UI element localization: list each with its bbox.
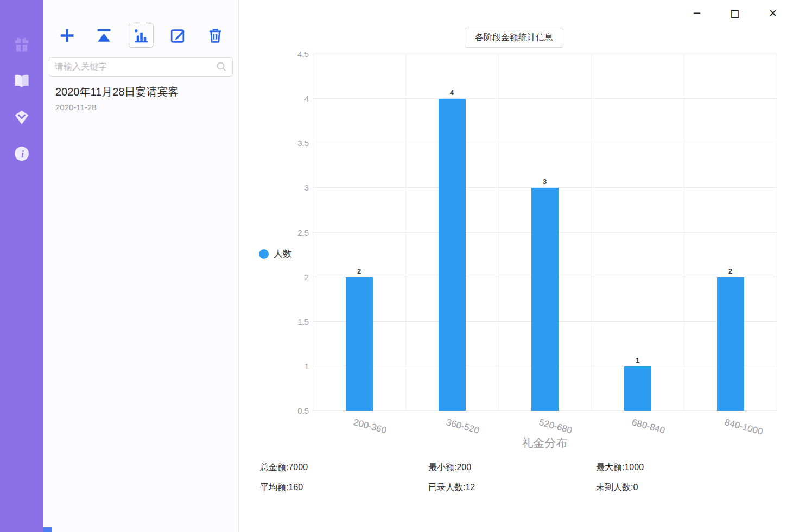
h-gridline <box>313 54 777 54</box>
v-gridline <box>591 54 592 411</box>
panel-corner-chip <box>43 527 52 532</box>
x-axis-title: 礼金分布 <box>313 435 777 451</box>
plot-area: 24312 <box>313 54 777 411</box>
stat-min-amount: 最小额:200 <box>428 462 471 473</box>
v-gridline <box>777 54 777 411</box>
bar-value-label: 2 <box>712 267 750 277</box>
y-tick-label: 1.5 <box>297 317 309 327</box>
chart-title-button[interactable]: 各阶段金额统计信息 <box>465 28 563 48</box>
search-box <box>49 57 233 77</box>
y-tick-label: 4.5 <box>297 49 309 59</box>
add-button[interactable] <box>54 23 79 48</box>
event-date: 2020-11-28 <box>55 103 226 112</box>
edit-icon <box>169 27 187 45</box>
search-icon <box>216 61 227 72</box>
app-window: i <box>0 0 793 532</box>
y-tick-label: 0.5 <box>297 406 309 416</box>
v-gridline <box>498 54 499 411</box>
bar-value-label: 1 <box>619 356 657 366</box>
main-content: ─ □ ✕ 各阶段金额统计信息 人数 0.511.522.533.544.5 2… <box>239 0 793 532</box>
y-tick-label: 4 <box>304 94 309 104</box>
x-tick-label: 200-360 <box>352 417 387 436</box>
records-panel: 2020年11月28日宴请宾客 2020-11-28 <box>43 0 239 532</box>
plus-icon <box>58 27 76 45</box>
info-icon[interactable]: i <box>11 143 33 164</box>
v-gridline <box>684 54 684 411</box>
stat-absent-count: 未到人数:0 <box>596 482 638 493</box>
bar-value-label: 4 <box>433 88 471 99</box>
stat-average-amount: 平均额:160 <box>260 482 303 493</box>
y-tick-label: 3 <box>304 183 309 193</box>
delete-button[interactable] <box>202 23 227 48</box>
y-tick-label: 3.5 <box>297 138 309 148</box>
collapse-icon <box>95 27 113 45</box>
maximize-button[interactable]: □ <box>727 4 743 22</box>
y-axis: 0.511.522.533.544.5 <box>239 54 309 411</box>
edit-button[interactable] <box>166 23 191 48</box>
chart-button[interactable] <box>129 23 154 48</box>
bar: 2 <box>717 277 744 411</box>
x-tick-label: 360-520 <box>445 417 480 436</box>
h-gridline <box>313 98 777 99</box>
trash-icon <box>206 27 224 45</box>
panel-toolbar <box>43 0 238 48</box>
y-tick-label: 2.5 <box>297 228 309 238</box>
h-gridline <box>313 143 777 143</box>
minimize-button[interactable]: ─ <box>689 4 705 22</box>
stat-max-amount: 最大额:1000 <box>596 462 644 473</box>
v-gridline <box>405 54 406 411</box>
event-title: 2020年11月28日宴请宾客 <box>55 85 226 99</box>
bar: 2 <box>346 277 373 411</box>
bar-value-label: 2 <box>340 267 378 277</box>
search-input[interactable] <box>55 62 216 72</box>
x-tick-label: 520-680 <box>537 417 573 436</box>
svg-text:i: i <box>21 149 24 160</box>
bar: 3 <box>531 188 559 411</box>
gift-icon[interactable] <box>11 34 33 55</box>
collapse-button[interactable] <box>91 23 116 48</box>
y-tick-label: 1 <box>304 362 309 371</box>
y-tick-label: 2 <box>304 273 309 282</box>
stat-recorded-count: 已录人数:12 <box>428 482 475 493</box>
event-list-item[interactable]: 2020年11月28日宴请宾客 2020-11-28 <box>43 77 238 119</box>
bar: 1 <box>624 366 651 411</box>
x-tick-label: 680-840 <box>630 417 665 436</box>
bar-chart-icon <box>132 27 150 45</box>
bar-value-label: 3 <box>526 178 564 188</box>
stat-total-amount: 总金额:7000 <box>260 462 308 473</box>
x-tick-label: 840-1000 <box>723 417 764 438</box>
bar: 4 <box>439 99 466 411</box>
window-controls: ─ □ ✕ <box>689 4 781 22</box>
close-button[interactable]: ✕ <box>765 4 781 22</box>
badge-icon[interactable] <box>11 106 33 128</box>
v-gridline <box>313 54 313 411</box>
book-icon[interactable] <box>11 70 33 92</box>
sidebar-nav: i <box>0 0 43 532</box>
